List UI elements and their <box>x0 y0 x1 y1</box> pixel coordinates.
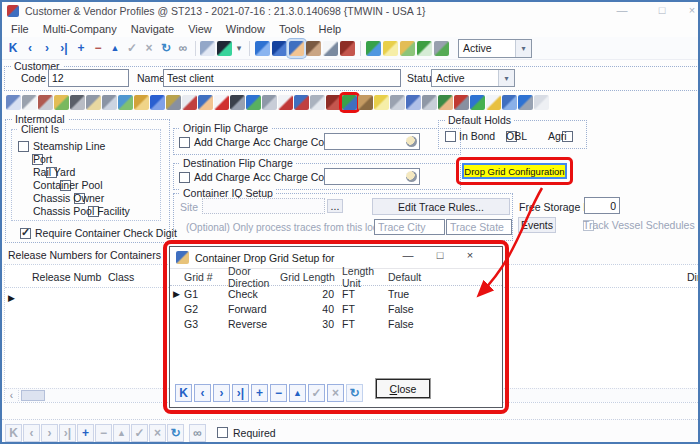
person-green-icon[interactable] <box>438 95 453 110</box>
release-next-button[interactable]: › <box>41 424 58 442</box>
close-button[interactable]: × <box>684 4 700 16</box>
origin-add-charge-checkbox[interactable] <box>179 137 190 148</box>
scroll-left-icon[interactable]: ‹ <box>5 390 19 401</box>
grid-cancel-button[interactable]: × <box>327 384 344 402</box>
edit-trace-rules-button[interactable]: Edit Trace Rules... <box>372 198 510 215</box>
release-save-button[interactable]: ✓ <box>131 424 148 442</box>
export-profile-icon[interactable] <box>6 95 21 110</box>
money-bag-icon[interactable] <box>262 95 277 110</box>
export-icon[interactable] <box>434 41 449 56</box>
paw-icon[interactable] <box>358 95 373 110</box>
ring-icon[interactable] <box>310 95 325 110</box>
disabled-box-icon[interactable] <box>534 95 549 110</box>
view-records-button[interactable]: ∞ <box>175 40 191 57</box>
globe-icon[interactable] <box>246 95 261 110</box>
prev-record-button[interactable]: ‹ <box>22 40 38 57</box>
menu-navigate[interactable]: Navigate <box>131 23 174 35</box>
site-browse-button[interactable]: ... <box>327 199 343 213</box>
dialog-minimize-button[interactable]: — <box>400 249 416 261</box>
first-record-button[interactable]: K <box>5 40 21 57</box>
release-promote-button[interactable]: ▲ <box>113 424 130 442</box>
display-mode-caret-icon[interactable]: ▾ <box>234 41 244 56</box>
notes-icon[interactable] <box>383 41 398 56</box>
printer-icon[interactable] <box>102 95 117 110</box>
menu-view[interactable]: View <box>188 23 212 35</box>
drop-grid-table[interactable]: Grid # Door Direction Grid Length Length… <box>170 268 502 331</box>
release-last-button[interactable]: ›| <box>59 424 76 442</box>
chevron-down-icon[interactable]: ▾ <box>498 70 514 86</box>
maximize-button[interactable]: □ <box>654 4 670 16</box>
grid-prev-button[interactable]: ‹ <box>194 384 211 402</box>
checklist-icon[interactable] <box>278 95 293 110</box>
drop-grid-icon[interactable] <box>342 95 357 110</box>
release-refresh-button[interactable]: ↻ <box>167 424 184 442</box>
chevron-down-icon[interactable]: ▾ <box>515 40 531 57</box>
trace-state-field[interactable] <box>446 219 512 235</box>
table-row[interactable]: G2 Forward 40 FT False <box>170 301 502 316</box>
refresh-button[interactable]: ↻ <box>158 40 174 57</box>
footprints-icon[interactable] <box>70 95 85 110</box>
save-button[interactable]: ✓ <box>124 40 140 57</box>
code-field[interactable] <box>48 69 129 87</box>
grid-add-button[interactable]: + <box>251 384 268 402</box>
chart-icon[interactable] <box>366 41 381 56</box>
events-button[interactable]: Events <box>518 217 556 233</box>
release-cancel-button[interactable]: × <box>149 424 166 442</box>
promote-button[interactable]: ▲ <box>107 40 123 57</box>
minimize-button[interactable]: — <box>614 4 630 16</box>
name-field[interactable] <box>163 69 401 87</box>
record-status-filter-combo[interactable]: Active ▾ <box>458 39 532 58</box>
teapot-icon[interactable] <box>340 41 355 56</box>
blue-notebook-icon[interactable] <box>406 95 421 110</box>
vendor-person-icon[interactable] <box>306 41 321 56</box>
lookup-icon[interactable] <box>406 171 417 182</box>
grid-save-button[interactable]: ✓ <box>308 384 325 402</box>
release-add-button[interactable]: + <box>77 424 94 442</box>
steamship-line-checkbox[interactable] <box>18 141 29 152</box>
teapot-red-icon[interactable] <box>326 95 341 110</box>
release-view-button[interactable]: ∞ <box>189 424 206 442</box>
picture-icon[interactable] <box>118 95 133 110</box>
scrollbar-thumb[interactable] <box>21 390 45 401</box>
dialog-close-icon[interactable]: × <box>462 249 478 261</box>
red-cassette-icon[interactable] <box>454 95 469 110</box>
last-record-button[interactable]: ›| <box>56 40 72 57</box>
import-icon[interactable] <box>417 41 432 56</box>
info-sphere-icon[interactable] <box>255 41 270 56</box>
org-chart-blue-icon[interactable] <box>502 95 517 110</box>
wrench-icon[interactable] <box>422 95 437 110</box>
folder-share-icon[interactable] <box>54 95 69 110</box>
release-prev-button[interactable]: ‹ <box>23 424 40 442</box>
percent-icon[interactable] <box>22 95 37 110</box>
org-chart-icon[interactable] <box>294 95 309 110</box>
coins-icon[interactable] <box>166 95 181 110</box>
red-card-icon[interactable] <box>214 95 229 110</box>
destination-add-charge-checkbox[interactable] <box>179 172 190 183</box>
yellow-note-icon[interactable] <box>374 95 389 110</box>
cancel-edit-button[interactable]: × <box>141 40 157 57</box>
customer-person-icon[interactable] <box>289 41 304 56</box>
grid-first-button[interactable]: K <box>175 384 192 402</box>
drop-grid-configuration-button[interactable]: Drop Grid Configuration <box>462 163 567 179</box>
stamp-icon[interactable] <box>38 95 53 110</box>
lookup-icon[interactable] <box>406 136 417 147</box>
release-first-button[interactable]: K <box>5 424 22 442</box>
print-icon[interactable] <box>200 41 215 56</box>
status-combo[interactable]: Active ▾ <box>431 69 515 87</box>
flask-icon[interactable] <box>230 95 245 110</box>
magnifier-icon[interactable] <box>86 95 101 110</box>
table-row[interactable]: G3 Reverse 30 FT False <box>170 316 502 331</box>
grid-next-button[interactable]: › <box>213 384 230 402</box>
globe-photo-icon[interactable] <box>518 95 533 110</box>
required-checkbox[interactable] <box>217 427 228 438</box>
menu-window[interactable]: Window <box>226 23 265 35</box>
grid-refresh-button[interactable]: ↻ <box>346 384 363 402</box>
person-card-icon[interactable] <box>198 95 213 110</box>
menu-tools[interactable]: Tools <box>279 23 305 35</box>
delete-record-button[interactable]: − <box>90 40 106 57</box>
add-record-button[interactable]: + <box>73 40 89 57</box>
gray-box-icon[interactable] <box>390 95 405 110</box>
menu-multi-company[interactable]: Multi-Company <box>43 23 117 35</box>
grid-delete-button[interactable]: − <box>270 384 287 402</box>
trace-city-field[interactable] <box>374 219 445 235</box>
